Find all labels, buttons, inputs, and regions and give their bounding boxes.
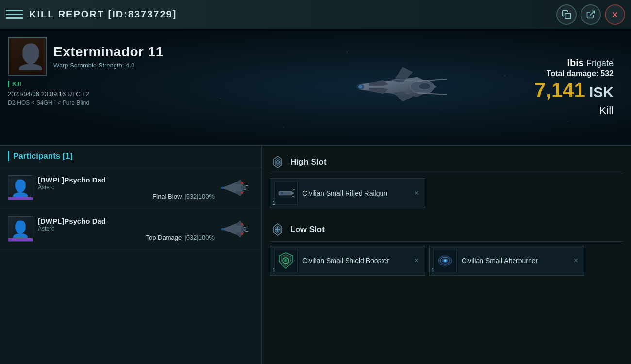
small-ship-icon-2 xyxy=(217,217,251,241)
svg-text:⚙: ⚙ xyxy=(276,159,280,165)
hero-info: Exterminador 11 Warp Scramble Strength: … xyxy=(53,44,164,69)
low-slot-icon xyxy=(270,222,285,237)
pilot-avatar xyxy=(8,37,47,76)
header: KILL REPORT [ID:8373729] xyxy=(0,0,631,29)
small-ship-icon-1 xyxy=(217,176,251,200)
participant-row[interactable]: 👤 [DWPL]Psycho Dad Astero Final Blow | 5… xyxy=(0,167,261,209)
close-icon xyxy=(611,10,619,19)
participant-name-2: [DWPL]Psycho Dad xyxy=(38,217,215,225)
svg-point-30 xyxy=(240,227,246,231)
hero-left: Exterminador 11 Warp Scramble Strength: … xyxy=(0,29,204,145)
participant-ship-1 xyxy=(215,173,253,202)
participant-avatar-1: 👤 xyxy=(8,175,33,200)
header-actions xyxy=(556,4,625,25)
participant-ship-2 xyxy=(215,215,253,244)
isk-display: 7,141 ISK xyxy=(534,80,614,100)
high-slot-header: ⚙ High Slot xyxy=(270,150,623,174)
svg-point-34 xyxy=(241,223,243,226)
avatar-face-1: 👤 xyxy=(11,179,30,197)
shield-icon xyxy=(276,251,296,270)
hero-stats: Ibis Frigate Total damage: 532 7,141 ISK… xyxy=(476,29,621,145)
participant-stats-2: Top Damage | 532 | 100% xyxy=(38,234,215,241)
module-qty-shield: 1 xyxy=(272,267,275,273)
svg-point-57 xyxy=(445,260,446,262)
participants-header: Participants [1] xyxy=(0,146,261,167)
participant-stats-1: Final Blow | 532 | 100% xyxy=(38,193,215,200)
hero-location: D2-HOS < S4GH-I < Pure Blind xyxy=(8,99,196,106)
isk-label: ISK xyxy=(589,84,614,100)
module-icon-afterburner xyxy=(433,249,457,272)
export-button[interactable] xyxy=(581,4,601,25)
participants-panel: Participants [1] 👤 [DWPL]Psycho Dad Aste… xyxy=(0,146,262,364)
ship-name-class: Ibis Frigate xyxy=(567,57,614,68)
close-button[interactable] xyxy=(605,4,625,25)
svg-line-44 xyxy=(292,196,295,197)
module-qty-afterburner: 1 xyxy=(432,267,434,273)
low-slot-modules: 1 Civilian Small Shield Booster × xyxy=(270,246,623,276)
participant-col-2: [DWPL]Psycho Dad Astero Top Damage | 532… xyxy=(38,217,215,241)
warp-scramble: Warp Scramble Strength: 4.0 xyxy=(53,62,164,69)
hero-date: 2023/04/06 23:09:16 UTC +2 xyxy=(8,90,196,98)
low-slot-svg xyxy=(271,223,284,236)
slots-panel: ⚙ High Slot 1 xyxy=(262,146,631,364)
module-name-railgun: Civilian Small Rifled Railgun xyxy=(302,189,413,197)
high-slot-modules: 1 Civilian Small Rifled Railgun × xyxy=(270,178,623,208)
participant-row-2[interactable]: 👤 [DWPL]Psycho Dad Astero Top Damage | 5… xyxy=(0,209,261,250)
svg-point-33 xyxy=(221,228,224,231)
high-slot-section: ⚙ High Slot 1 xyxy=(262,146,631,213)
svg-rect-0 xyxy=(565,13,571,18)
total-damage: Total damage: 532 xyxy=(547,69,614,78)
participants-title: Participants [1] xyxy=(8,151,253,161)
svg-line-1 xyxy=(590,11,594,15)
kill-badge: Kill xyxy=(8,81,196,87)
low-slot-title: Low Slot xyxy=(290,225,325,234)
export-icon xyxy=(586,10,596,19)
hero-section: Exterminador 11 Warp Scramble Strength: … xyxy=(0,29,631,146)
rank-bar-2 xyxy=(8,238,33,241)
menu-button[interactable] xyxy=(6,6,23,23)
svg-point-13 xyxy=(358,85,362,88)
svg-line-43 xyxy=(292,189,295,190)
module-item-afterburner[interactable]: 1 Civilian Small Afterburner × xyxy=(429,246,584,276)
avatar-face-2: 👤 xyxy=(11,220,30,238)
main-content: Participants [1] 👤 [DWPL]Psycho Dad Aste… xyxy=(0,146,631,364)
copy-button[interactable] xyxy=(556,4,577,25)
svg-line-32 xyxy=(244,231,248,232)
module-close-afterburner[interactable]: × xyxy=(572,255,580,266)
module-item-railgun[interactable]: 1 Civilian Small Rifled Railgun × xyxy=(270,178,425,208)
pilot-name: Exterminador 11 xyxy=(53,44,164,60)
kill-result: Kill xyxy=(599,104,614,117)
participant-name-1: [DWPL]Psycho Dad xyxy=(38,176,215,184)
afterburner-icon xyxy=(435,251,455,270)
svg-point-42 xyxy=(281,192,283,195)
high-slot-svg: ⚙ xyxy=(271,155,284,169)
module-qty-railgun: 1 xyxy=(272,200,275,206)
module-close-shield[interactable]: × xyxy=(413,255,421,266)
copy-icon xyxy=(562,10,571,19)
participant-corp-1: Astero xyxy=(38,184,215,191)
module-icon-railgun xyxy=(274,182,298,205)
high-slot-icon: ⚙ xyxy=(270,154,285,170)
hero-top: Exterminador 11 Warp Scramble Strength: … xyxy=(8,37,196,76)
svg-rect-41 xyxy=(291,192,294,194)
ship-illustration xyxy=(320,38,456,135)
participant-col-1: [DWPL]Psycho Dad Astero Final Blow | 532… xyxy=(38,176,215,200)
low-slot-section: Low Slot 1 Civilian Small Shield Booste xyxy=(262,213,631,281)
svg-point-52 xyxy=(284,259,287,262)
svg-point-21 xyxy=(240,186,246,190)
svg-point-7 xyxy=(419,83,431,90)
participant-corp-2: Astero xyxy=(38,225,215,232)
rank-bar-1 xyxy=(8,197,33,200)
isk-value: 7,141 xyxy=(534,80,585,100)
pilot-face-image xyxy=(9,38,46,75)
high-slot-title: High Slot xyxy=(290,157,327,167)
module-close-railgun[interactable]: × xyxy=(413,188,421,199)
module-name-afterburner: Civilian Small Afterburner xyxy=(462,257,572,265)
page-title: KILL REPORT [ID:8373729] xyxy=(29,9,556,20)
railgun-icon xyxy=(276,183,296,203)
svg-point-25 xyxy=(241,182,243,184)
svg-point-26 xyxy=(241,192,243,194)
hero-ship xyxy=(311,29,466,145)
participant-avatar-2: 👤 xyxy=(8,216,33,242)
module-item-shield[interactable]: 1 Civilian Small Shield Booster × xyxy=(270,246,425,276)
